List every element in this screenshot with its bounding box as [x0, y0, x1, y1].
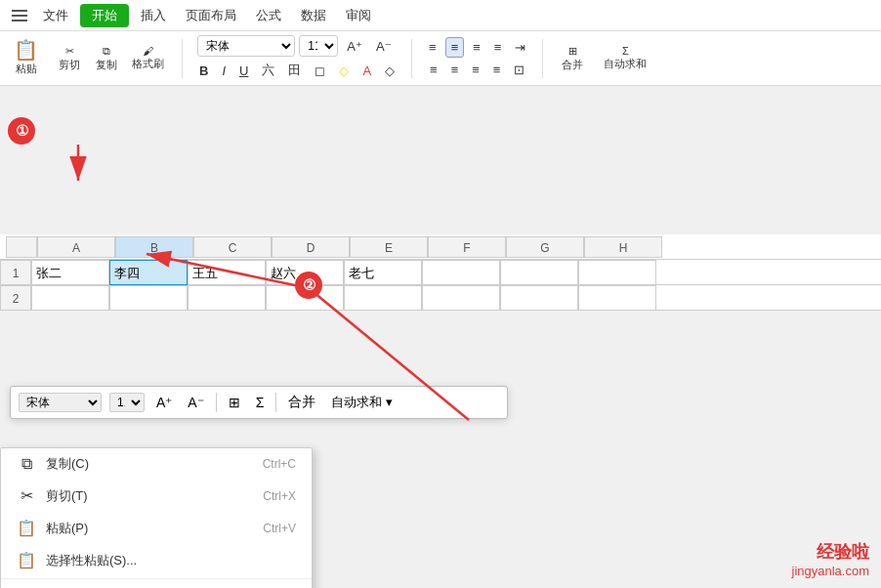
mini-toolbar: 宋体 11 A⁺ A⁻ ⊞ Σ 合并 自动求和 ▾ [10, 386, 508, 419]
annotation-circle-2: ② [295, 272, 322, 299]
cell-a2[interactable] [31, 285, 109, 311]
border-button[interactable]: ◻ [310, 62, 330, 80]
copy-button[interactable]: ⧉ 复制 [89, 42, 124, 75]
cell-h1[interactable] [578, 260, 656, 285]
menu-formula[interactable]: 公式 [248, 5, 289, 26]
ctx-cut[interactable]: ✂ 剪切(T) Ctrl+X [1, 480, 312, 512]
cell-g2[interactable] [500, 285, 578, 311]
hamburger-menu[interactable] [8, 6, 31, 25]
menu-bar: 文件 开始 插入 页面布局 公式 数据 审阅 [0, 0, 881, 31]
font-shrink-button[interactable]: A⁻ [371, 37, 397, 56]
menu-page-layout[interactable]: 页面布局 [178, 5, 244, 26]
menu-insert[interactable]: 插入 [133, 5, 174, 26]
watermark: 经验啦 jingyanlа.com [792, 540, 870, 578]
align-center-button[interactable]: ≡ [445, 37, 465, 58]
font-grow-button[interactable]: A⁺ [342, 37, 367, 56]
menu-data[interactable]: 数据 [293, 5, 334, 26]
underline-button[interactable]: U [234, 62, 253, 80]
selective-paste-icon: 📋 [17, 551, 36, 569]
highlight-button[interactable]: ◇ [334, 62, 354, 80]
align-center2-button[interactable]: ≡ [446, 61, 464, 79]
sum-icon: Σ [622, 45, 629, 57]
table-row: 2 [0, 285, 881, 311]
align-top-button[interactable]: ≡ [424, 37, 441, 58]
mini-divider-2 [275, 393, 276, 412]
col-B-header[interactable]: B [115, 236, 193, 258]
ctx-divider-1 [1, 578, 312, 579]
mini-autosum-button[interactable]: 自动求和 ▾ [327, 392, 397, 413]
align-left-button[interactable]: ≡ [468, 37, 485, 58]
menu-file[interactable]: 文件 [35, 5, 76, 26]
font-family-select[interactable]: 宋体 [197, 35, 295, 57]
ctx-copy[interactable]: ⧉ 复制(C) Ctrl+C [1, 448, 312, 480]
ctx-paste[interactable]: 📋 粘贴(P) Ctrl+V [1, 512, 312, 544]
watermark-text: 经验啦 [792, 540, 870, 564]
cell-f2[interactable] [422, 285, 500, 311]
cell-c2[interactable] [188, 285, 266, 311]
merge-wrap-button[interactable]: ⊡ [509, 61, 529, 79]
row-num-2: 2 [0, 285, 31, 311]
indent-button[interactable]: ⇥ [510, 37, 530, 58]
context-menu: ⧉ 复制(C) Ctrl+C ✂ 剪切(T) Ctrl+X 📋 粘贴(P) Ct… [0, 447, 313, 588]
paste-group: 📋 粘贴 [8, 37, 44, 79]
strikethrough-button[interactable]: 六 [257, 60, 279, 81]
table-row: 1 张二 李四 王五 赵六 老七 [0, 260, 881, 285]
align-group: ≡ ≡ ≡ ≡ ⇥ ≡ ≡ ≡ ≡ ⊡ [424, 37, 530, 79]
col-C-header[interactable]: C [193, 236, 272, 258]
mini-sum-button[interactable]: Σ [252, 393, 269, 412]
mini-shrink-button[interactable]: A⁻ [184, 393, 207, 412]
sheet-area: 宋体 11 A⁺ A⁻ ⊞ Σ 合并 自动求和 ▾ A B C D E F G … [0, 234, 881, 311]
col-H-header[interactable]: H [584, 236, 662, 258]
col-A-header[interactable]: A [37, 236, 115, 258]
menu-review[interactable]: 审阅 [338, 5, 379, 26]
ribbon-toolbar: 📋 粘贴 ✂ 剪切 ⧉ 复制 🖌 格式刷 宋体 11 A⁺ A⁻ [0, 31, 881, 86]
col-G-header[interactable]: G [506, 236, 584, 258]
bold-button[interactable]: B [194, 62, 213, 80]
col-F-header[interactable]: F [428, 236, 506, 258]
col-E-header[interactable]: E [350, 236, 428, 258]
cell-f1[interactable] [422, 260, 500, 285]
cell-g1[interactable] [500, 260, 578, 285]
cell-b2[interactable] [109, 285, 188, 311]
merge-button[interactable]: ⊞ 合并 [555, 42, 590, 75]
mini-grid-button[interactable]: ⊞ [225, 393, 244, 412]
align-justify-button[interactable]: ≡ [488, 61, 506, 79]
ribbon-divider-1 [182, 39, 183, 78]
italic-button[interactable]: I [217, 62, 231, 80]
cell-b1[interactable]: 李四 [109, 260, 188, 285]
fill-color-button[interactable]: ◇ [380, 62, 399, 80]
cell-e2[interactable] [344, 285, 422, 311]
paste-icon: 📋 [14, 40, 38, 60]
align-left2-button[interactable]: ≡ [425, 61, 442, 79]
format-brush-icon: 🖌 [143, 45, 153, 57]
menu-home[interactable]: 开始 [80, 4, 129, 27]
clipboard-group: ✂ 剪切 ⧉ 复制 🖌 格式刷 [52, 42, 170, 75]
align-right2-button[interactable]: ≡ [467, 61, 484, 79]
mini-size-select[interactable]: 11 [109, 393, 145, 412]
ctx-selective-paste[interactable]: 📋 选择性粘贴(S)... [1, 544, 312, 576]
ribbon-divider-3 [542, 39, 543, 78]
cell-h2[interactable] [578, 285, 656, 311]
cell-a1[interactable]: 张二 [31, 260, 109, 285]
column-header-row: A B C D E F G H [0, 234, 881, 260]
autosum-button[interactable]: Σ 自动求和 [598, 42, 652, 74]
subscript-button[interactable]: 田 [283, 60, 306, 81]
paste-button[interactable]: 📋 粘贴 [8, 37, 44, 79]
cell-e1[interactable]: 老七 [344, 260, 422, 285]
mini-divider-1 [216, 393, 217, 412]
merge-icon: ⊞ [568, 45, 577, 58]
mini-grow-button[interactable]: A⁺ [152, 393, 176, 412]
copy-icon: ⧉ [103, 45, 110, 58]
format-brush-button[interactable]: 🖌 格式刷 [126, 42, 170, 74]
cell-c1[interactable]: 王五 [188, 260, 266, 285]
mini-merge-button[interactable]: 合并 [284, 392, 319, 413]
annotation-circle-1: ① [8, 117, 35, 145]
font-size-select[interactable]: 11 [299, 35, 338, 57]
align-right-button[interactable]: ≡ [489, 37, 507, 58]
col-D-header[interactable]: D [272, 236, 350, 258]
mini-font-select[interactable]: 宋体 [19, 393, 102, 412]
cut-button[interactable]: ✂ 剪切 [52, 42, 87, 75]
font-group: 宋体 11 A⁺ A⁻ B I U 六 田 ◻ ◇ A ◇ [194, 35, 399, 81]
ctx-format-brush[interactable]: 🖌 格式刷(O) 🖌 [1, 581, 312, 588]
font-color-button[interactable]: A [357, 62, 376, 80]
